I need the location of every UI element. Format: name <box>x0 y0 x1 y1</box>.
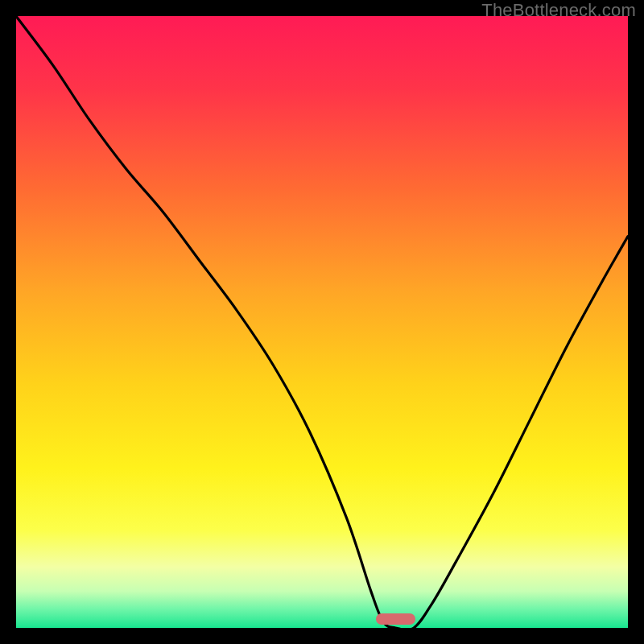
bottleneck-curve <box>16 16 628 628</box>
plot-area <box>16 16 628 628</box>
chart-frame: TheBottleneck.com <box>0 0 644 644</box>
optimal-marker <box>376 613 415 625</box>
